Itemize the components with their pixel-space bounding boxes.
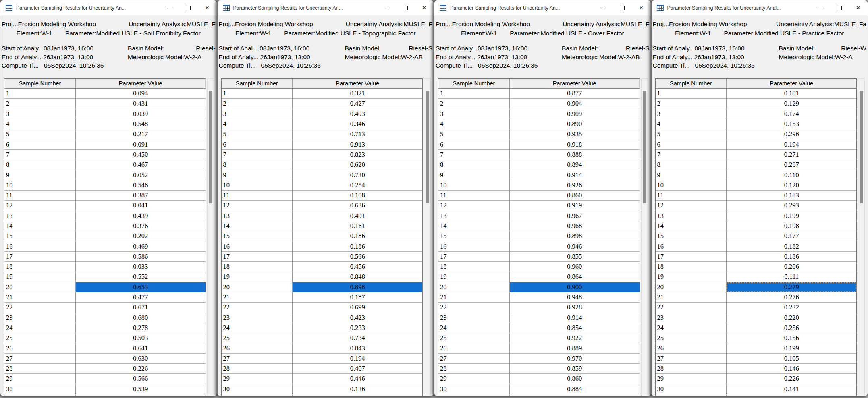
scrollbar-thumb[interactable] <box>860 91 863 203</box>
sample-number-cell[interactable]: 11 <box>4 191 76 200</box>
parameter-value-cell[interactable]: 0.186 <box>727 252 856 261</box>
parameter-value-cell[interactable]: 0.450 <box>76 150 206 160</box>
sample-number-cell[interactable]: 9 <box>222 170 293 180</box>
parameter-value-cell[interactable]: 0.287 <box>727 160 856 170</box>
parameter-value-cell[interactable]: 0.254 <box>293 180 422 190</box>
sample-number-cell[interactable]: 3 <box>438 109 510 119</box>
sample-number-cell[interactable]: 20 <box>4 282 76 292</box>
sample-number-cell[interactable]: 18 <box>656 262 727 272</box>
sample-number-cell[interactable]: 26 <box>222 343 293 353</box>
sample-number-cell[interactable]: 23 <box>438 313 510 323</box>
parameter-value-cell[interactable]: 0.346 <box>293 119 422 129</box>
parameter-value-cell[interactable]: 0.914 <box>510 313 640 323</box>
sample-number-cell[interactable]: 5 <box>222 129 293 139</box>
parameter-value-cell[interactable]: 0.888 <box>510 150 640 160</box>
parameter-value-cell[interactable]: 0.884 <box>510 384 640 394</box>
sample-number-cell[interactable]: 30 <box>438 384 510 394</box>
sample-number-cell[interactable]: 5 <box>656 129 727 139</box>
parameter-value-cell[interactable]: 0.620 <box>293 160 422 170</box>
sample-number-cell[interactable]: 26 <box>438 343 510 353</box>
scrollbar-thumb[interactable] <box>426 91 429 203</box>
window-titlebar[interactable]: Parameter Sampling Results for Uncertain… <box>652 0 868 15</box>
parameter-value-cell[interactable]: 0.469 <box>76 241 206 251</box>
parameter-value-cell[interactable]: 0.110 <box>727 170 856 180</box>
parameter-value-cell[interactable]: 0.699 <box>293 303 422 312</box>
parameter-value-cell[interactable]: 0.641 <box>76 343 206 353</box>
sample-number-cell[interactable]: 3 <box>4 109 76 119</box>
parameter-value-cell[interactable]: 0.734 <box>293 333 422 343</box>
sample-number-cell[interactable]: 6 <box>438 139 510 149</box>
sample-number-cell[interactable]: 14 <box>222 221 293 231</box>
parameter-value-cell[interactable]: 0.141 <box>727 384 856 394</box>
sample-number-cell[interactable]: 27 <box>656 354 727 363</box>
parameter-value-cell[interactable]: 0.431 <box>76 99 206 108</box>
sample-number-cell[interactable]: 22 <box>222 303 293 312</box>
parameter-value-cell[interactable]: 0.730 <box>293 170 422 180</box>
parameter-value-cell[interactable]: 0.967 <box>510 211 640 221</box>
sample-number-cell[interactable]: 15 <box>4 231 76 241</box>
parameter-value-cell[interactable]: 0.387 <box>76 191 206 200</box>
parameter-value-cell[interactable]: 0.894 <box>510 160 640 170</box>
sample-number-cell[interactable]: 25 <box>222 333 293 343</box>
minimize-button[interactable] <box>811 0 830 15</box>
sample-number-cell[interactable]: 4 <box>4 119 76 129</box>
sample-number-cell[interactable]: 14 <box>438 221 510 231</box>
sample-number-cell[interactable]: 9 <box>438 170 510 180</box>
sample-number-cell[interactable]: 20 <box>656 282 727 292</box>
close-button[interactable]: ✕ <box>198 0 217 15</box>
parameter-value-cell[interactable]: 0.860 <box>510 191 640 200</box>
maximize-button[interactable] <box>396 0 415 15</box>
parameter-value-cell[interactable]: 0.256 <box>727 323 856 333</box>
sample-number-cell[interactable]: 12 <box>656 201 727 210</box>
parameter-value-cell[interactable]: 0.655 <box>76 394 206 396</box>
sample-number-cell[interactable]: 8 <box>4 160 76 170</box>
parameter-value-cell[interactable]: 0.491 <box>293 211 422 221</box>
parameter-value-cell[interactable]: 0.105 <box>727 354 856 363</box>
sample-number-cell[interactable]: 27 <box>222 354 293 363</box>
parameter-value-cell[interactable]: 0.566 <box>293 252 422 261</box>
parameter-value-cell[interactable]: 0.970 <box>510 354 640 363</box>
parameter-value-cell[interactable]: 0.922 <box>510 333 640 343</box>
parameter-value-cell[interactable]: 0.136 <box>293 384 422 394</box>
parameter-value-cell[interactable]: 0.187 <box>293 292 422 302</box>
sample-number-cell[interactable]: 15 <box>438 231 510 241</box>
sample-number-cell[interactable]: 13 <box>4 211 76 221</box>
minimize-button[interactable] <box>594 0 613 15</box>
sample-number-cell[interactable]: 1 <box>222 89 293 98</box>
parameter-value-cell[interactable]: 0.636 <box>293 201 422 210</box>
parameter-value-cell[interactable]: 0.877 <box>510 89 640 98</box>
sample-number-cell[interactable]: 13 <box>656 211 727 221</box>
parameter-value-cell[interactable]: 0.848 <box>293 272 422 282</box>
close-button[interactable]: ✕ <box>632 0 651 15</box>
parameter-value-cell[interactable]: 0.276 <box>727 292 856 302</box>
sample-number-cell[interactable]: 11 <box>656 191 727 200</box>
vertical-scrollbar[interactable] <box>641 78 648 396</box>
parameter-value-cell[interactable]: 0.671 <box>76 303 206 312</box>
parameter-value-cell[interactable]: 0.680 <box>76 313 206 323</box>
sample-number-cell[interactable]: 29 <box>438 374 510 383</box>
sample-number-cell[interactable]: 20 <box>438 282 510 292</box>
sample-number-cell[interactable]: 1 <box>4 89 76 98</box>
sample-number-cell[interactable]: 19 <box>4 272 76 282</box>
sample-number-cell[interactable]: 31 <box>656 394 727 396</box>
parameter-value-cell[interactable]: 0.860 <box>510 374 640 383</box>
parameter-value-cell[interactable]: 0.156 <box>727 333 856 343</box>
sample-number-cell[interactable]: 22 <box>4 303 76 312</box>
parameter-value-cell[interactable]: 0.279 <box>727 282 856 292</box>
sample-number-cell[interactable]: 9 <box>4 170 76 180</box>
sample-number-cell[interactable]: 11 <box>438 191 510 200</box>
parameter-value-cell[interactable]: 0.041 <box>76 201 206 210</box>
sample-number-cell[interactable]: 29 <box>656 374 727 383</box>
sample-number-cell[interactable]: 13 <box>222 211 293 221</box>
sample-number-cell[interactable]: 24 <box>222 323 293 333</box>
parameter-value-cell[interactable]: 0.493 <box>293 109 422 119</box>
parameter-value-cell[interactable]: 0.052 <box>76 170 206 180</box>
parameter-value-cell[interactable]: 0.439 <box>76 211 206 221</box>
sample-number-cell[interactable]: 31 <box>4 394 76 396</box>
parameter-value-cell[interactable]: 0.226 <box>76 364 206 373</box>
parameter-value-cell[interactable]: 0.898 <box>293 282 422 292</box>
sample-number-cell[interactable]: 1 <box>656 89 727 98</box>
sample-number-cell[interactable]: 16 <box>656 241 727 251</box>
sample-number-cell[interactable]: 12 <box>222 201 293 210</box>
parameter-value-cell[interactable]: 0.101 <box>727 89 856 98</box>
